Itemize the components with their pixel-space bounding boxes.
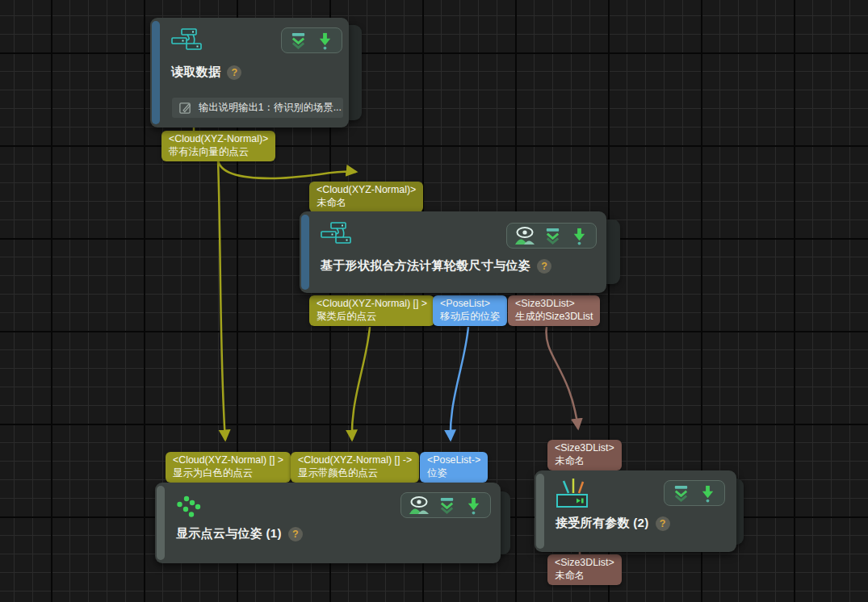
node-read-data[interactable]: 读取数据 ? 输出说明输出1：待识别的场景... [150, 18, 349, 128]
collapse-icon[interactable] [672, 484, 690, 503]
collapse-icon[interactable] [289, 31, 308, 50]
visualize-icon[interactable] [514, 226, 535, 245]
download-icon[interactable] [570, 227, 589, 245]
procedure-icon [321, 222, 353, 244]
download-icon[interactable] [464, 496, 483, 515]
help-badge[interactable]: ? [537, 259, 551, 274]
node-type-stripe [536, 474, 544, 549]
edge-size3dlist-to-unnamed[interactable] [547, 327, 578, 429]
port-name: 位姿 [427, 467, 480, 480]
port-type: <Size3DList> [555, 557, 614, 570]
node-type-stripe [152, 21, 160, 124]
node-toolbar [506, 223, 597, 249]
port-generated-size3dlist[interactable]: <Size3DList> 生成的Size3DList [508, 295, 600, 326]
node-type-stripe [301, 215, 309, 290]
node-shape-fit[interactable]: 基于形状拟合方法计算轮毂尺寸与位姿 ? [300, 211, 606, 293]
node-accept-params[interactable]: 接受所有参数 (2) ? [535, 470, 736, 552]
port-type: <PoseList-> [427, 454, 480, 467]
port-type: <Cloud(XYZ-Normal) [] > [173, 454, 283, 467]
port-white-cloud[interactable]: <Cloud(XYZ-Normal) [] > 显示为白色的点云 [166, 452, 291, 483]
port-name: 显示为白色的点云 [173, 467, 283, 480]
edge-poselist-to-pose[interactable] [451, 327, 468, 440]
node-title: 显示点云与位姿 (1) [176, 526, 282, 541]
port-accept-input-unnamed[interactable]: <Size3DList> 未命名 [547, 440, 622, 470]
edge-clustered-to-colored-cloud[interactable] [352, 327, 370, 440]
port-moved-poses[interactable]: <PoseList> 移动后的位姿 [433, 295, 507, 326]
help-badge[interactable]: ? [656, 516, 670, 531]
port-name: 移动后的位姿 [440, 311, 500, 324]
node-toolbar [664, 480, 725, 506]
node-title: 接受所有参数 (2) [556, 516, 649, 531]
node-toolbar [281, 27, 342, 53]
help-badge[interactable]: ? [227, 65, 241, 80]
visualize-icon[interactable] [409, 495, 430, 515]
node-title: 基于形状拟合方法计算轮毂尺寸与位姿 [321, 258, 530, 274]
node-toolbar [400, 492, 491, 518]
download-icon[interactable] [698, 484, 717, 503]
port-type: <Cloud(XYZ-Normal) [] > [317, 298, 427, 311]
receiver-icon [556, 477, 589, 511]
output-description-field[interactable]: 输出说明输出1：待识别的场景... [172, 98, 343, 118]
node-type-stripe [157, 486, 165, 560]
port-type: <PoseList> [440, 298, 500, 311]
port-type: <Cloud(XYZ-Normal) [] -> [298, 454, 412, 467]
port-pose[interactable]: <PoseList-> 位姿 [420, 452, 488, 483]
collapse-icon[interactable] [543, 227, 562, 245]
node-title-row: 基于形状拟合方法计算轮毂尺寸与位姿 ? [321, 258, 551, 274]
output-description-text: 输出说明输出1：待识别的场景... [199, 101, 342, 115]
port-type: <Cloud(XYZ-Normal)> [169, 133, 268, 146]
edge-cloud-to-unnamed[interactable] [218, 160, 356, 178]
node-graph-canvas[interactable]: <Cloud(XYZ-Normal)> 带有法向量的点云 <Cloud(XYZ-… [0, 0, 868, 602]
port-name: 未命名 [555, 455, 614, 468]
edge-cloud-to-white-cloud[interactable] [218, 160, 225, 440]
port-name: 未命名 [317, 197, 416, 210]
node-title-row: 接受所有参数 (2) ? [556, 516, 670, 531]
procedure-icon [171, 28, 203, 50]
port-clustered-cloud[interactable]: <Cloud(XYZ-Normal) [] > 聚类后的点云 [309, 295, 434, 326]
download-icon[interactable] [316, 31, 334, 50]
port-name: 显示带颜色的点云 [298, 467, 412, 480]
port-type: <Size3DList> [515, 298, 593, 311]
node-title-row: 读取数据 ? [171, 65, 241, 80]
node-show-cloud-pose[interactable]: 显示点云与位姿 (1) ? [155, 483, 501, 563]
port-fit-input-unnamed[interactable]: <Cloud(XYZ-Normal)> 未命名 [309, 182, 423, 212]
node-title-row: 显示点云与位姿 (1) ? [176, 526, 303, 541]
port-name: 聚类后的点云 [317, 311, 427, 324]
help-badge[interactable]: ? [288, 527, 303, 541]
point-cloud-icon [176, 495, 202, 517]
collapse-icon[interactable] [438, 496, 456, 515]
port-type: <Cloud(XYZ-Normal)> [317, 184, 416, 197]
port-type: <Size3DList> [555, 442, 614, 455]
port-colored-cloud[interactable]: <Cloud(XYZ-Normal) [] -> 显示带颜色的点云 [291, 452, 419, 483]
port-name: 带有法向量的点云 [169, 146, 268, 159]
port-name: 生成的Size3DList [515, 311, 593, 324]
port-cloud-with-normals[interactable]: <Cloud(XYZ-Normal)> 带有法向量的点云 [161, 131, 275, 161]
node-title: 读取数据 [171, 65, 220, 80]
edit-icon [178, 101, 192, 115]
port-accept-output-unnamed[interactable]: <Size3DList> 未命名 [547, 554, 622, 585]
port-name: 未命名 [555, 570, 614, 583]
